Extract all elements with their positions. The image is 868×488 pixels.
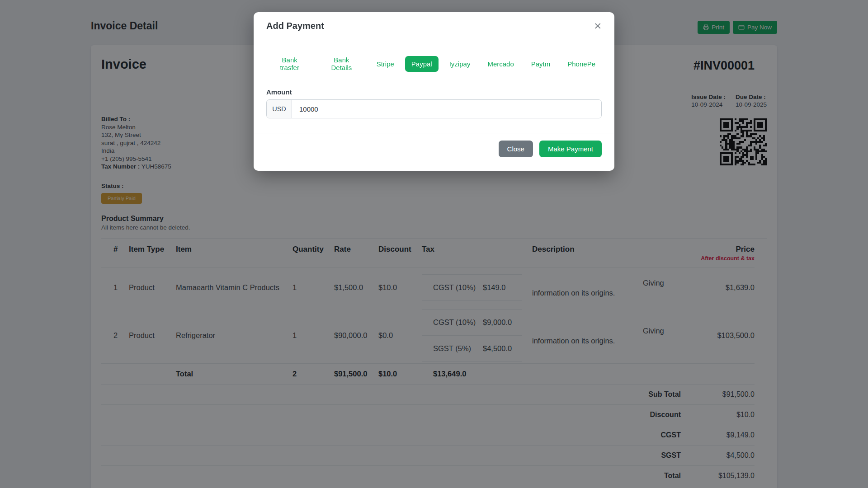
tab-stripe[interactable]: Stripe [370,56,401,72]
modal-header: Add Payment ✕ [254,12,614,40]
currency-prefix: USD [267,100,292,118]
modal-title: Add Payment [266,21,324,31]
tab-mercado[interactable]: Mercado [481,56,520,72]
close-button[interactable]: Close [499,141,533,157]
make-payment-button[interactable]: Make Payment [539,141,602,157]
modal-footer: Close Make Payment [254,133,614,171]
tab-paypal[interactable]: Paypal [405,56,439,72]
tab-bank-transfer[interactable]: Bank trasfer [266,52,313,75]
invoice-detail-page: Invoice Detail Print Pay Now Invoice #IN… [0,0,868,488]
amount-input[interactable] [292,100,601,118]
tab-paytm[interactable]: Paytm [525,56,557,72]
tab-bank-details[interactable]: Bank Details [317,52,365,75]
payment-method-tabs: Bank trasfer Bank Details Stripe Paypal … [266,52,602,75]
close-icon[interactable]: ✕ [594,21,602,31]
amount-input-group: USD [266,99,602,118]
add-payment-modal: Add Payment ✕ Bank trasfer Bank Details … [254,12,614,171]
amount-label: Amount [266,88,602,96]
tab-phonepe[interactable]: PhonePe [561,56,602,72]
modal-body: Bank trasfer Bank Details Stripe Paypal … [254,40,614,120]
tab-iyzipay[interactable]: Iyzipay [443,56,477,72]
